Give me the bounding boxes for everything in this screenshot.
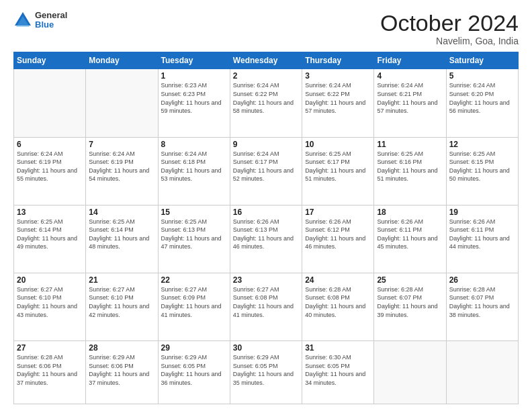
day-number: 13	[17, 208, 83, 217]
day-info: Sunrise: 6:24 AM Sunset: 6:21 PM Dayligh…	[377, 81, 443, 115]
day-number: 23	[233, 275, 299, 285]
logo-text: General Blue	[35, 11, 67, 30]
calendar-cell: 11Sunrise: 6:25 AM Sunset: 6:16 PM Dayli…	[374, 137, 446, 205]
day-number: 9	[233, 140, 299, 149]
day-number: 18	[377, 208, 443, 217]
col-header-wednesday: Wednesday	[230, 52, 302, 69]
calendar-cell	[86, 69, 158, 137]
day-info: Sunrise: 6:26 AM Sunset: 6:13 PM Dayligh…	[233, 218, 299, 251]
day-number: 6	[17, 140, 83, 149]
header: General Blue October 2024 Navelim, Goa, …	[13, 11, 519, 46]
col-header-friday: Friday	[374, 52, 446, 69]
day-info: Sunrise: 6:27 AM Sunset: 6:09 PM Dayligh…	[161, 285, 227, 319]
day-info: Sunrise: 6:24 AM Sunset: 6:18 PM Dayligh…	[161, 150, 227, 183]
day-number: 20	[17, 275, 83, 285]
calendar-cell: 18Sunrise: 6:26 AM Sunset: 6:11 PM Dayli…	[374, 205, 446, 273]
day-number: 31	[305, 343, 371, 353]
calendar-cell: 23Sunrise: 6:27 AM Sunset: 6:08 PM Dayli…	[230, 273, 302, 340]
day-number: 11	[377, 140, 443, 149]
day-number: 27	[17, 343, 83, 353]
calendar-cell: 8Sunrise: 6:24 AM Sunset: 6:18 PM Daylig…	[158, 137, 230, 205]
col-header-thursday: Thursday	[302, 52, 374, 69]
day-info: Sunrise: 6:25 AM Sunset: 6:17 PM Dayligh…	[305, 150, 371, 183]
day-number: 7	[89, 140, 154, 149]
calendar-cell: 27Sunrise: 6:28 AM Sunset: 6:06 PM Dayli…	[14, 341, 86, 404]
logo-general: General	[35, 11, 67, 20]
location-subtitle: Navelim, Goa, India	[380, 36, 519, 46]
day-number: 3	[305, 71, 371, 81]
calendar-cell: 7Sunrise: 6:24 AM Sunset: 6:19 PM Daylig…	[86, 137, 158, 205]
calendar-cell: 9Sunrise: 6:24 AM Sunset: 6:17 PM Daylig…	[230, 137, 302, 205]
calendar-table: SundayMondayTuesdayWednesdayThursdayFrid…	[13, 52, 519, 404]
calendar-cell: 13Sunrise: 6:25 AM Sunset: 6:14 PM Dayli…	[14, 205, 86, 273]
day-number: 21	[89, 275, 154, 285]
calendar-cell: 19Sunrise: 6:26 AM Sunset: 6:11 PM Dayli…	[446, 205, 518, 273]
calendar-cell: 12Sunrise: 6:25 AM Sunset: 6:15 PM Dayli…	[446, 137, 518, 205]
day-info: Sunrise: 6:26 AM Sunset: 6:11 PM Dayligh…	[377, 218, 443, 251]
day-number: 25	[377, 275, 443, 285]
day-info: Sunrise: 6:25 AM Sunset: 6:16 PM Dayligh…	[377, 150, 443, 183]
calendar-week-row: 27Sunrise: 6:28 AM Sunset: 6:06 PM Dayli…	[14, 341, 519, 404]
calendar-cell: 16Sunrise: 6:26 AM Sunset: 6:13 PM Dayli…	[230, 205, 302, 273]
day-number: 1	[161, 71, 227, 81]
calendar-cell: 29Sunrise: 6:29 AM Sunset: 6:05 PM Dayli…	[158, 341, 230, 404]
day-number: 8	[161, 140, 227, 149]
calendar-week-row: 6Sunrise: 6:24 AM Sunset: 6:19 PM Daylig…	[14, 137, 519, 205]
day-info: Sunrise: 6:26 AM Sunset: 6:11 PM Dayligh…	[449, 218, 515, 251]
day-info: Sunrise: 6:29 AM Sunset: 6:05 PM Dayligh…	[233, 353, 299, 387]
day-info: Sunrise: 6:24 AM Sunset: 6:20 PM Dayligh…	[449, 81, 515, 115]
col-header-tuesday: Tuesday	[158, 52, 230, 69]
day-number: 28	[89, 343, 154, 353]
col-header-monday: Monday	[86, 52, 158, 69]
day-info: Sunrise: 6:24 AM Sunset: 6:19 PM Dayligh…	[89, 150, 154, 183]
day-number: 29	[161, 343, 227, 353]
calendar-cell: 26Sunrise: 6:28 AM Sunset: 6:07 PM Dayli…	[446, 273, 518, 340]
calendar-cell: 24Sunrise: 6:28 AM Sunset: 6:08 PM Dayli…	[302, 273, 374, 340]
day-number: 24	[305, 275, 371, 285]
calendar-cell: 5Sunrise: 6:24 AM Sunset: 6:20 PM Daylig…	[446, 69, 518, 137]
day-number: 2	[233, 71, 299, 81]
logo: General Blue	[13, 11, 67, 30]
title-block: October 2024 Navelim, Goa, India	[380, 11, 519, 46]
day-number: 15	[161, 208, 227, 217]
page: General Blue October 2024 Navelim, Goa, …	[0, 0, 532, 411]
day-number: 10	[305, 140, 371, 149]
day-number: 26	[449, 275, 515, 285]
day-info: Sunrise: 6:25 AM Sunset: 6:14 PM Dayligh…	[17, 218, 83, 251]
calendar-cell: 14Sunrise: 6:25 AM Sunset: 6:14 PM Dayli…	[86, 205, 158, 273]
day-info: Sunrise: 6:25 AM Sunset: 6:14 PM Dayligh…	[89, 218, 154, 251]
day-info: Sunrise: 6:29 AM Sunset: 6:06 PM Dayligh…	[89, 353, 154, 387]
calendar-cell	[374, 341, 446, 404]
logo-blue: Blue	[35, 20, 67, 30]
calendar-cell: 21Sunrise: 6:27 AM Sunset: 6:10 PM Dayli…	[86, 273, 158, 340]
day-info: Sunrise: 6:28 AM Sunset: 6:07 PM Dayligh…	[377, 285, 443, 319]
day-number: 17	[305, 208, 371, 217]
day-info: Sunrise: 6:29 AM Sunset: 6:05 PM Dayligh…	[161, 353, 227, 387]
day-info: Sunrise: 6:23 AM Sunset: 6:23 PM Dayligh…	[161, 81, 227, 115]
day-info: Sunrise: 6:25 AM Sunset: 6:15 PM Dayligh…	[449, 150, 515, 183]
calendar-week-row: 13Sunrise: 6:25 AM Sunset: 6:14 PM Dayli…	[14, 205, 519, 273]
day-info: Sunrise: 6:27 AM Sunset: 6:10 PM Dayligh…	[17, 285, 83, 319]
calendar-cell: 6Sunrise: 6:24 AM Sunset: 6:19 PM Daylig…	[14, 137, 86, 205]
calendar-cell: 31Sunrise: 6:30 AM Sunset: 6:05 PM Dayli…	[302, 341, 374, 404]
col-header-saturday: Saturday	[446, 52, 518, 69]
calendar-cell: 4Sunrise: 6:24 AM Sunset: 6:21 PM Daylig…	[374, 69, 446, 137]
calendar-cell: 1Sunrise: 6:23 AM Sunset: 6:23 PM Daylig…	[158, 69, 230, 137]
day-info: Sunrise: 6:24 AM Sunset: 6:19 PM Dayligh…	[17, 150, 83, 183]
day-info: Sunrise: 6:28 AM Sunset: 6:07 PM Dayligh…	[449, 285, 515, 319]
calendar-cell: 30Sunrise: 6:29 AM Sunset: 6:05 PM Dayli…	[230, 341, 302, 404]
day-info: Sunrise: 6:27 AM Sunset: 6:08 PM Dayligh…	[233, 285, 299, 319]
day-info: Sunrise: 6:24 AM Sunset: 6:17 PM Dayligh…	[233, 150, 299, 183]
day-number: 4	[377, 71, 443, 81]
calendar-cell: 22Sunrise: 6:27 AM Sunset: 6:09 PM Dayli…	[158, 273, 230, 340]
calendar-cell: 17Sunrise: 6:26 AM Sunset: 6:12 PM Dayli…	[302, 205, 374, 273]
calendar-cell	[14, 69, 86, 137]
day-info: Sunrise: 6:25 AM Sunset: 6:13 PM Dayligh…	[161, 218, 227, 251]
day-number: 19	[449, 208, 515, 217]
calendar-cell	[446, 341, 518, 404]
calendar-cell: 2Sunrise: 6:24 AM Sunset: 6:22 PM Daylig…	[230, 69, 302, 137]
day-info: Sunrise: 6:24 AM Sunset: 6:22 PM Dayligh…	[233, 81, 299, 115]
calendar-week-row: 1Sunrise: 6:23 AM Sunset: 6:23 PM Daylig…	[14, 69, 519, 137]
day-info: Sunrise: 6:27 AM Sunset: 6:10 PM Dayligh…	[89, 285, 154, 319]
day-info: Sunrise: 6:30 AM Sunset: 6:05 PM Dayligh…	[305, 353, 371, 387]
